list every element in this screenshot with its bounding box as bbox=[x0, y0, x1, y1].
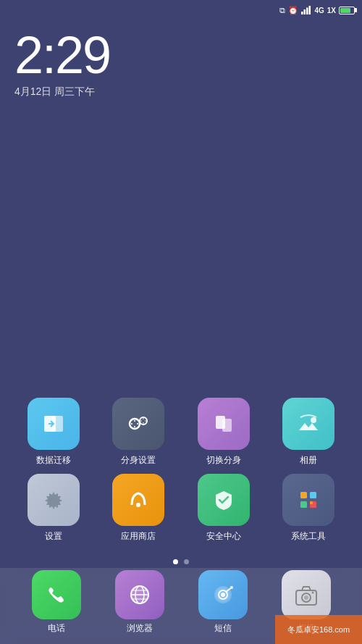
svg-point-27 bbox=[221, 593, 225, 597]
appstore-icon bbox=[112, 474, 164, 526]
app-tools[interactable]: 系统工具 bbox=[272, 474, 345, 543]
watermark-text: 冬瓜卓安168.com bbox=[287, 624, 350, 635]
status-bar: ⧉ ⏰ 4G 1X bbox=[0, 0, 362, 20]
dock-message[interactable]: 短信 bbox=[190, 570, 256, 635]
svg-rect-0 bbox=[301, 12, 303, 14]
security-label: 安全中心 bbox=[206, 530, 241, 543]
svg-rect-1 bbox=[304, 9, 306, 14]
tools-label: 系统工具 bbox=[291, 530, 326, 543]
svg-point-10 bbox=[311, 417, 316, 423]
clock-time: 2:29 bbox=[14, 29, 110, 81]
app-settings[interactable]: 设置 bbox=[17, 474, 90, 543]
app-row-1: 数据迁移 分身设置 切换分身 bbox=[11, 398, 351, 467]
svg-point-12 bbox=[136, 503, 140, 507]
svg-rect-9 bbox=[222, 419, 232, 432]
svg-point-32 bbox=[311, 592, 313, 594]
svg-rect-2 bbox=[306, 8, 308, 15]
clipboard-icon: ⧉ bbox=[279, 6, 285, 15]
svg-point-28 bbox=[230, 586, 233, 589]
camera-icon bbox=[282, 570, 331, 619]
svg-point-31 bbox=[304, 595, 308, 600]
signal-icon bbox=[301, 6, 311, 14]
dock-phone[interactable]: 电话 bbox=[24, 570, 89, 635]
album-label: 相册 bbox=[300, 454, 317, 467]
dock-browser[interactable]: 浏览器 bbox=[107, 570, 172, 635]
browser-icon bbox=[115, 570, 164, 619]
app-security[interactable]: 安全中心 bbox=[188, 474, 260, 543]
app-row-2: 设置 应用商店 安全中心 bbox=[11, 474, 351, 543]
switch-split-icon bbox=[198, 398, 250, 450]
dot-1 bbox=[173, 559, 178, 564]
security-icon bbox=[198, 474, 250, 526]
clock-date: 4月12日 周三下午 bbox=[14, 85, 110, 99]
svg-rect-13 bbox=[300, 492, 307, 498]
migrate-label: 数据迁移 bbox=[36, 454, 71, 467]
time-display: 2:29 4月12日 周三下午 bbox=[14, 29, 110, 99]
switch-split-label: 切换分身 bbox=[206, 454, 241, 467]
svg-rect-14 bbox=[310, 492, 316, 498]
1x-icon: 1X bbox=[327, 7, 336, 14]
browser-label: 浏览器 bbox=[127, 622, 153, 635]
app-migrate[interactable]: 数据迁移 bbox=[17, 398, 90, 467]
phone-label: 电话 bbox=[48, 622, 65, 635]
svg-rect-15 bbox=[300, 501, 307, 508]
app-switch-split[interactable]: 切换分身 bbox=[188, 398, 260, 467]
message-label: 短信 bbox=[214, 622, 232, 635]
message-icon bbox=[198, 570, 248, 619]
migrate-icon bbox=[28, 398, 80, 450]
phone-icon bbox=[32, 570, 81, 619]
album-icon bbox=[282, 398, 334, 450]
page-dots bbox=[0, 559, 362, 564]
svg-rect-17 bbox=[310, 501, 313, 504]
svg-rect-3 bbox=[309, 6, 311, 14]
alarm-icon: ⏰ bbox=[288, 6, 298, 15]
app-album[interactable]: 相册 bbox=[272, 398, 345, 467]
split-settings-label: 分身设置 bbox=[121, 454, 156, 467]
app-grid: 数据迁移 分身设置 切换分身 bbox=[0, 398, 362, 550]
app-appstore[interactable]: 应用商店 bbox=[102, 474, 174, 543]
settings-icon bbox=[28, 474, 80, 526]
split-settings-icon bbox=[112, 398, 164, 450]
app-split-settings[interactable]: 分身设置 bbox=[102, 398, 174, 467]
4g-icon: 4G bbox=[314, 7, 324, 14]
appstore-label: 应用商店 bbox=[121, 530, 156, 543]
watermark: 冬瓜卓安168.com bbox=[275, 615, 362, 644]
dot-2 bbox=[184, 559, 189, 564]
battery-icon bbox=[339, 7, 355, 14]
settings-label: 设置 bbox=[45, 530, 62, 543]
tools-icon bbox=[282, 474, 334, 526]
